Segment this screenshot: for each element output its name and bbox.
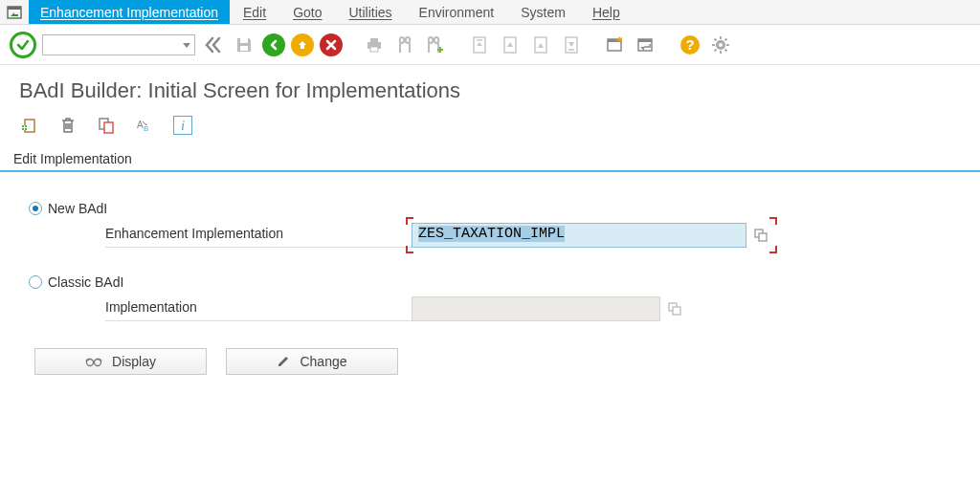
glasses-icon bbox=[85, 356, 102, 367]
enhancement-impl-label: Enhancement Implementation bbox=[105, 222, 412, 248]
menu-enhancement-implementation[interactable]: Enhancement Implementation bbox=[29, 0, 230, 24]
svg-point-29 bbox=[719, 43, 723, 47]
field-implementation: Implementation bbox=[29, 295, 951, 321]
title-bar: BAdI Builder: Initial Screen for Impleme… bbox=[0, 65, 980, 113]
documentation-icon[interactable]: i bbox=[172, 115, 193, 136]
pencil-icon bbox=[277, 355, 290, 368]
svg-rect-6 bbox=[370, 47, 378, 52]
field-enhancement-impl: Enhancement Implementation ZES_TAXATION_… bbox=[29, 222, 951, 248]
back-chevrons-icon[interactable] bbox=[201, 33, 226, 57]
enhancement-impl-input[interactable]: ZES_TAXATION_IMPL bbox=[412, 223, 746, 248]
svg-rect-3 bbox=[240, 46, 248, 51]
enter-button[interactable] bbox=[10, 32, 36, 58]
radio-new-badi-label: New BAdI bbox=[48, 201, 107, 216]
svg-rect-39 bbox=[673, 307, 680, 315]
f4-help-icon[interactable] bbox=[664, 298, 685, 319]
svg-text:B: B bbox=[144, 124, 148, 133]
cancel-button[interactable] bbox=[320, 33, 343, 56]
display-button[interactable]: Display bbox=[34, 348, 207, 375]
menu-utilities[interactable]: Utilities bbox=[335, 0, 405, 24]
menu-active-label: Enhancement Implementation bbox=[40, 5, 218, 20]
menu-bar: Enhancement Implementation Edit Goto Uti… bbox=[0, 0, 980, 25]
section-body: New BAdI Enhancement Implementation ZES_… bbox=[0, 172, 980, 404]
page-title: BAdI Builder: Initial Screen for Impleme… bbox=[19, 78, 961, 103]
customize-icon[interactable] bbox=[708, 33, 733, 57]
svg-rect-1 bbox=[8, 7, 21, 10]
svg-line-27 bbox=[725, 38, 727, 40]
implementation-input[interactable] bbox=[412, 296, 660, 321]
find-next-icon[interactable] bbox=[423, 33, 448, 57]
command-field[interactable] bbox=[42, 34, 195, 55]
f4-help-icon[interactable] bbox=[750, 225, 771, 246]
button-row: Display Change bbox=[29, 348, 951, 375]
menu-system[interactable]: System bbox=[507, 0, 579, 24]
svg-text:A: A bbox=[137, 120, 144, 130]
system-toolbar: ? bbox=[0, 25, 980, 65]
radio-classic-badi[interactable]: Classic BAdI bbox=[29, 274, 951, 290]
svg-line-28 bbox=[715, 49, 717, 51]
menu-environment[interactable]: Environment bbox=[406, 0, 508, 24]
menu-goto[interactable]: Goto bbox=[279, 0, 335, 24]
new-session-icon[interactable] bbox=[603, 33, 628, 57]
delete-icon[interactable] bbox=[57, 115, 78, 136]
svg-rect-37 bbox=[759, 233, 767, 241]
create-shortcut-icon[interactable] bbox=[634, 33, 658, 57]
menu-edit[interactable]: Edit bbox=[230, 0, 279, 24]
radio-new-badi-indicator[interactable] bbox=[29, 202, 42, 215]
radio-classic-badi-indicator[interactable] bbox=[29, 275, 42, 289]
exit-button[interactable] bbox=[291, 33, 314, 56]
section-header: Edit Implementation bbox=[0, 147, 980, 172]
svg-rect-5 bbox=[370, 38, 378, 43]
help-icon[interactable]: ? bbox=[678, 33, 702, 57]
svg-line-26 bbox=[725, 49, 727, 51]
svg-rect-17 bbox=[638, 39, 652, 42]
radio-new-badi[interactable]: New BAdI bbox=[29, 201, 951, 216]
radio-classic-badi-label: Classic BAdI bbox=[48, 274, 123, 290]
print-icon[interactable] bbox=[362, 33, 387, 57]
back-button[interactable] bbox=[262, 33, 285, 56]
svg-rect-2 bbox=[240, 38, 248, 43]
svg-line-25 bbox=[715, 38, 717, 40]
last-page-icon[interactable] bbox=[559, 33, 584, 57]
first-page-icon[interactable] bbox=[467, 33, 492, 57]
copy-icon[interactable] bbox=[96, 115, 117, 136]
next-page-icon[interactable] bbox=[528, 33, 553, 57]
menu-help[interactable]: Help bbox=[579, 0, 634, 24]
implementation-label: Implementation bbox=[105, 295, 412, 321]
prev-page-icon[interactable] bbox=[498, 33, 523, 57]
application-toolbar: AB i bbox=[0, 113, 980, 147]
save-icon[interactable] bbox=[232, 33, 256, 57]
svg-rect-33 bbox=[104, 122, 113, 133]
change-button[interactable]: Change bbox=[226, 348, 398, 375]
find-icon[interactable] bbox=[392, 33, 417, 57]
create-object-icon[interactable] bbox=[19, 115, 40, 136]
rename-icon[interactable]: AB bbox=[134, 115, 155, 136]
svg-text:?: ? bbox=[685, 36, 694, 53]
window-menu-icon[interactable] bbox=[0, 0, 29, 24]
